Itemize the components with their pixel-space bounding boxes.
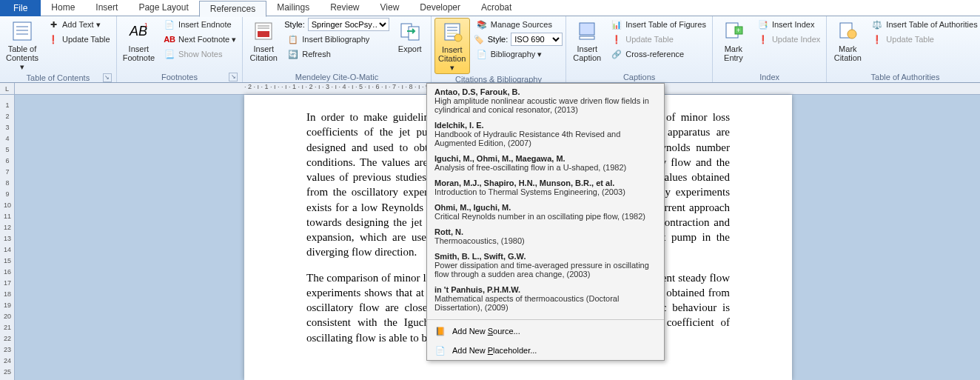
tab-references[interactable]: References	[199, 1, 266, 17]
footnote-icon: AB1	[127, 19, 150, 43]
mendeley-style-combo[interactable]: Springer SocPsy…	[308, 18, 389, 31]
next-footnote-button[interactable]: ABNext Footnote ▾	[161, 33, 239, 46]
citation-item[interactable]: Moran, M.J., Shapiro, H.N., Munson, B.R.…	[427, 176, 664, 201]
style-icon: 🏷️	[473, 33, 485, 45]
insert-citation-icon	[440, 20, 464, 44]
group-toc: Table ofContents ▾ ✚Add Text ▾ ❗Update T…	[0, 16, 117, 82]
ribbon-tabbar: File HomeInsertPage LayoutReferencesMail…	[0, 0, 980, 16]
tab-view[interactable]: View	[370, 0, 410, 16]
tab-insert[interactable]: Insert	[85, 0, 128, 16]
citation-title: Power dissipation and time-averaged pres…	[434, 261, 657, 279]
mendeley-insert-citation-button[interactable]: InsertCitation	[246, 18, 281, 64]
insert-footnote-button[interactable]: AB1 InsertFootnote	[120, 18, 158, 64]
dialog-launcher-icon[interactable]: ↘	[229, 73, 238, 81]
insert-bibliography-button[interactable]: 📋Insert Bibliography	[284, 33, 389, 46]
group-label-captions: Captions	[569, 72, 709, 82]
citation-title: Analysis of free-oscillating flow in a U…	[434, 163, 657, 172]
tab-home[interactable]: Home	[41, 0, 85, 16]
update-icon: ❗	[871, 33, 883, 45]
next-footnote-icon: AB	[164, 33, 175, 45]
insert-table-of-figures-button[interactable]: 📊Insert Table of Figures	[608, 18, 709, 31]
cross-ref-icon: 🔗	[611, 48, 622, 60]
mark-entry-button[interactable]: + MarkEntry	[716, 18, 751, 64]
manage-sources-button[interactable]: 📚Manage Sources	[473, 18, 563, 31]
insert-endnote-button[interactable]: 📄Insert Endnote	[161, 18, 239, 31]
group-index: + MarkEntry 📑Insert Index ❗Update Index …	[713, 16, 827, 82]
table-of-contents-button[interactable]: Table ofContents ▾	[3, 18, 41, 73]
citation-item[interactable]: Idelchik, I. E.Handbook of Hydraulic Res…	[427, 119, 664, 152]
citation-title: Handbook of Hydraulic Resistance 4th Rev…	[434, 130, 657, 147]
citation-item[interactable]: Smith, B. L., Swift, G.W.Power dissipati…	[427, 250, 664, 283]
mark-entry-icon: +	[722, 19, 745, 43]
citation-title: Introduction to Thermal Systems Engineer…	[434, 187, 657, 196]
svg-text:+: +	[736, 27, 740, 34]
group-mendeley: InsertCitation Style: Springer SocPsy… 📋…	[243, 16, 432, 82]
document-area: L · 2 · ı · 1 · ı · · ı · 1 · ı · 2 · ı …	[0, 83, 980, 380]
citation-item[interactable]: Iguchi, M., Ohmi, M., Maegawa, M.Analysi…	[427, 152, 664, 176]
tab-file[interactable]: File	[0, 0, 41, 16]
add-new-placeholder-menuitem[interactable]: 📄 Add New Placeholder...	[427, 341, 664, 360]
insert-index-icon: 📑	[757, 19, 769, 30]
tab-page-layout[interactable]: Page Layout	[128, 0, 198, 16]
mark-citation-button[interactable]: MarkCitation	[830, 18, 865, 64]
ruler-mark: 24	[0, 357, 15, 364]
citation-authors: Iguchi, M., Ohmi, M., Maegawa, M.	[434, 154, 657, 163]
dialog-launcher-icon[interactable]: ↘	[103, 73, 112, 82]
citation-item[interactable]: Ohmi, M., Iguchi, M.Critical Reynolds nu…	[427, 201, 664, 225]
ruler-mark: 7	[0, 168, 15, 176]
citation-authors: Moran, M.J., Shapiro, H.N., Munson, B.R.…	[434, 179, 657, 187]
update-toa-button[interactable]: ❗Update Table	[868, 33, 980, 46]
mendeley-style-label: Style:	[284, 20, 305, 29]
tab-review[interactable]: Review	[320, 0, 369, 16]
caption-icon	[575, 19, 599, 43]
ruler-mark: 22	[0, 335, 15, 342]
update-icon: ❗	[757, 33, 769, 45]
export-icon	[398, 19, 422, 43]
ruler-mark: 15	[0, 257, 15, 264]
insert-index-button[interactable]: 📑Insert Index	[754, 18, 823, 31]
insert-toa-button[interactable]: ⚖️Insert Table of Authorities	[868, 18, 980, 31]
update-toc-button[interactable]: ❗Update Table	[44, 33, 113, 46]
insert-citation-dropdown: Antao, D.S, Farouk, B.High amplitude non…	[426, 83, 665, 361]
svg-point-24	[848, 30, 856, 39]
endnote-icon: 📄	[164, 19, 175, 30]
update-icon: ❗	[611, 33, 622, 45]
refresh-button[interactable]: 🔄Refresh	[284, 47, 389, 61]
bibliography-button[interactable]: 📄Bibliography ▾	[473, 47, 563, 61]
ruler-mark: 8	[0, 179, 15, 187]
update-tof-button[interactable]: ❗Update Table	[608, 33, 709, 46]
update-index-button[interactable]: ❗Update Index	[754, 33, 823, 46]
add-text-button[interactable]: ✚Add Text ▾	[44, 18, 113, 31]
svg-rect-7	[258, 31, 269, 37]
citation-authors: Rott, N.	[434, 227, 657, 236]
citation-authors: in 't Panhuis, P.H.M.W.	[434, 285, 657, 294]
citations-style-label: Style:	[488, 35, 509, 44]
toc-label: Table ofContents ▾	[6, 44, 38, 71]
group-label-toa: Table of Authorities	[830, 72, 980, 82]
tab-developer[interactable]: Developer	[409, 0, 471, 16]
ribbon: Table ofContents ▾ ✚Add Text ▾ ❗Update T…	[0, 16, 980, 83]
citations-style-combo[interactable]: ISO 690	[511, 33, 563, 46]
ruler-corner[interactable]: L	[0, 83, 15, 95]
tab-mailings[interactable]: Mailings	[266, 0, 320, 16]
citation-item[interactable]: Antao, D.S, Farouk, B.High amplitude non…	[427, 85, 664, 119]
export-button[interactable]: Export	[392, 18, 428, 55]
insert-caption-button[interactable]: InsertCaption	[569, 18, 605, 64]
add-text-icon: ✚	[47, 19, 59, 30]
citation-authors: Ohmi, M., Iguchi, M.	[434, 203, 657, 212]
citation-authors: Idelchik, I. E.	[434, 121, 657, 130]
add-new-source-menuitem[interactable]: 📙 Add New Source...	[427, 321, 664, 341]
citation-title: Critical Reynolds number in an oscillati…	[434, 212, 657, 221]
show-notes-button[interactable]: 📃Show Notes	[161, 47, 239, 61]
citation-item[interactable]: in 't Panhuis, P.H.M.W.Mathematical aspe…	[427, 283, 664, 316]
tab-acrobat[interactable]: Acrobat	[471, 0, 522, 16]
ruler-mark: 19	[0, 301, 15, 309]
insert-citation-button[interactable]: InsertCitation ▾	[434, 18, 470, 74]
new-source-icon: 📙	[434, 325, 446, 337]
cross-reference-button[interactable]: 🔗Cross-reference	[608, 47, 709, 61]
ruler-mark: 9	[0, 190, 15, 198]
group-citations: InsertCitation ▾ 📚Manage Sources 🏷️ Styl…	[432, 16, 567, 82]
citation-item[interactable]: Rott, N.Thermoacoustics, (1980)	[427, 225, 664, 250]
vertical-ruler[interactable]: 1234567891011121314151617181920212223242…	[0, 95, 15, 380]
svg-rect-19	[580, 36, 594, 39]
